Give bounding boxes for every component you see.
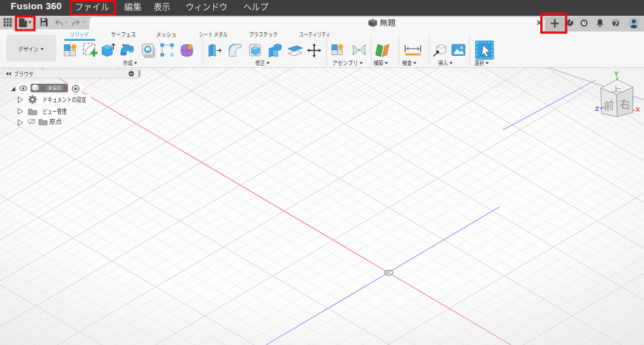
svg-text:Z: Z: [595, 105, 600, 112]
svg-text:X: X: [635, 105, 640, 113]
svg-text:Fusion 360: Fusion 360: [11, 1, 62, 11]
svg-text:Y: Y: [614, 69, 619, 77]
